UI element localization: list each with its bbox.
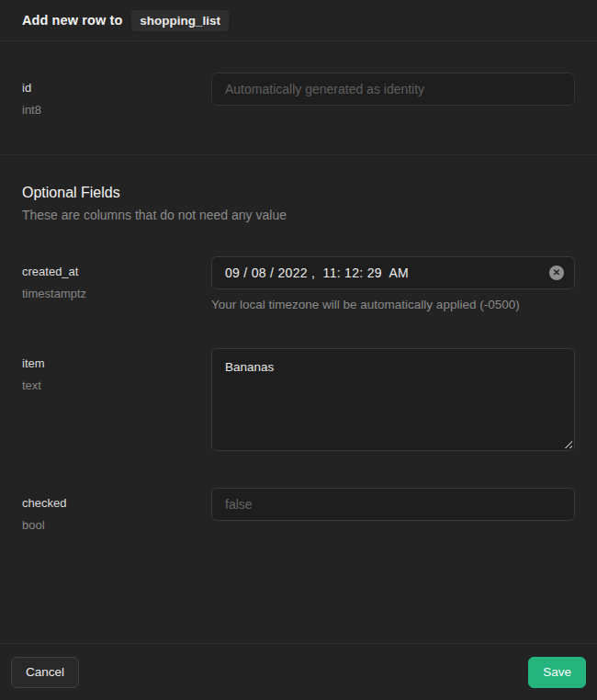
required-fields-section: id int8 xyxy=(0,41,597,155)
field-label-item: item xyxy=(22,356,211,370)
field-type-id: int8 xyxy=(22,103,211,117)
field-label-created-at: created_at xyxy=(22,265,211,278)
field-label-id: id xyxy=(22,81,211,95)
item-textarea[interactable]: Bananas xyxy=(211,348,575,451)
field-control-cell: Bananas xyxy=(211,348,575,451)
field-label-cell: checked bool xyxy=(22,488,211,532)
field-type-item: text xyxy=(22,378,211,392)
field-label-cell: id int8 xyxy=(22,73,211,117)
checked-input[interactable] xyxy=(211,488,575,521)
field-type-checked: bool xyxy=(22,518,211,532)
optional-fields-section: Optional Fields These are columns that d… xyxy=(0,155,597,532)
table-name-badge: shopping_list xyxy=(131,10,229,31)
modal-title: Add new row to xyxy=(22,13,122,28)
timezone-helper-text: Your local timezone will be automaticall… xyxy=(211,298,575,311)
field-row-item: item text Bananas xyxy=(22,348,575,451)
field-label-cell: item text xyxy=(22,348,211,451)
created-at-datetime-input[interactable]: 09 / 08 / 2022 , 11: 12: 29 AM ✕ xyxy=(211,256,575,289)
cancel-button[interactable]: Cancel xyxy=(11,657,79,688)
save-button[interactable]: Save xyxy=(528,657,586,688)
id-input xyxy=(211,73,575,106)
field-row-created-at: created_at timestamptz 09 / 08 / 2022 , … xyxy=(22,256,575,311)
field-row-checked: checked bool xyxy=(22,488,575,532)
field-type-created-at: timestamptz xyxy=(22,287,211,300)
field-control-cell xyxy=(211,488,575,532)
optional-fields-subtitle: These are columns that do not need any v… xyxy=(22,208,575,222)
x-circle-icon: ✕ xyxy=(553,268,560,277)
clear-datetime-button[interactable]: ✕ xyxy=(549,265,564,280)
field-control-cell xyxy=(211,73,575,117)
datetime-value: 09 / 08 / 2022 , 11: 12: 29 AM xyxy=(225,265,409,280)
field-control-cell: 09 / 08 / 2022 , 11: 12: 29 AM ✕ Your lo… xyxy=(211,256,575,311)
field-label-cell: created_at timestamptz xyxy=(22,256,211,311)
field-label-checked: checked xyxy=(22,496,211,510)
modal-footer: Cancel Save xyxy=(0,643,597,700)
optional-fields-title: Optional Fields xyxy=(22,185,575,201)
modal-header: Add new row to shopping_list xyxy=(0,0,597,41)
field-row-id: id int8 xyxy=(22,73,575,117)
